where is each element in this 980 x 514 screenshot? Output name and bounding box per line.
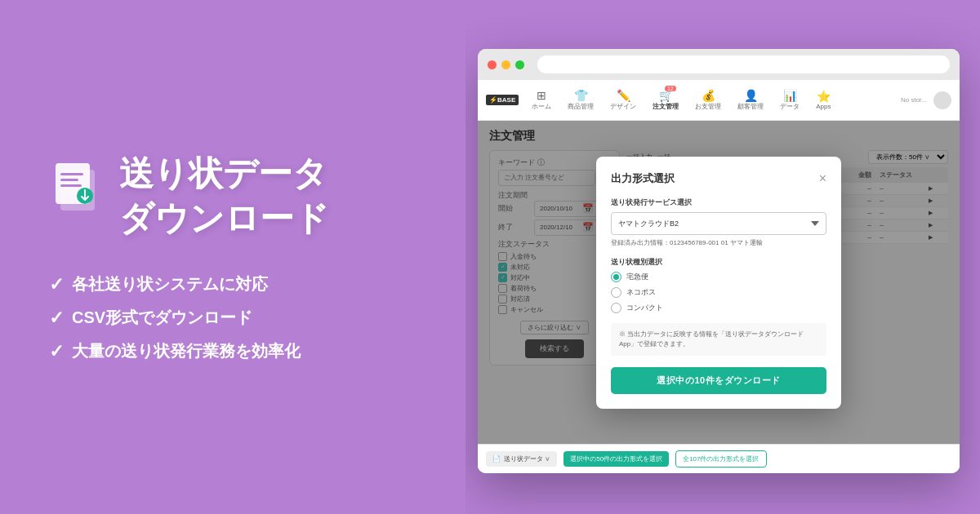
nav-item-orders[interactable]: 🛒 12 注文管理 [646,86,685,114]
orders-badge: 12 [665,86,676,91]
features-list: ✓ 各社送り状システムに対応 ✓ CSV形式でダウンロード ✓ 大量の送り状発行… [49,273,416,362]
nav-label-data: データ [780,102,800,111]
nav-item-apps[interactable]: ⭐ Apps [809,86,837,113]
nav-logo[interactable]: ⚡BASE [486,95,519,105]
payments-icon: 💰 [702,89,715,102]
feature-text-1: 各社送り状システムに対応 [72,273,268,295]
title-line1: 送り状データ [119,154,327,193]
modal-note: ※ 当出力データに反映する情報を「送り状データダウンロードApp」で登録できます… [611,323,826,356]
nav-label-design: デザイン [610,102,636,111]
base-logo: ⚡BASE [486,95,519,105]
left-panel: 送り状データ ダウンロード ✓ 各社送り状システムに対応 ✓ CSV形式でダウン… [0,0,466,514]
modal-service-select[interactable]: ヤマトクラウドB2 [611,212,826,235]
browser-address-bar[interactable] [537,55,950,73]
nav-bar: ⚡BASE ⊞ ホーム 👕 商品管理 ✏️ デザイン [478,80,960,121]
feature-item-1: ✓ 各社送り状システムに対応 [49,273,416,295]
feature-text-3: 大量の送り状発行業務を効率化 [72,340,301,362]
bottom-btn3-label: 全107件の出力形式を選択 [683,454,759,463]
home-icon: ⊞ [537,89,546,102]
bottom-btn1-label: 送り状データ ∨ [504,454,550,463]
check-icon-2: ✓ [49,308,64,329]
radio-label-2: コンパクト [626,303,663,313]
browser-dot-yellow[interactable] [501,60,510,69]
modal-dialog: 出力形式選択 × 送り状発行サービス選択 ヤマトクラウドB2 登録済み出力情報：… [596,157,841,409]
nav-item-design[interactable]: ✏️ デザイン [604,86,643,114]
nav-item-customers[interactable]: 👤 顧客管理 [731,86,770,114]
document-icon [49,155,106,212]
nav-item-products[interactable]: 👕 商品管理 [561,86,600,114]
bottom-btn-selected[interactable]: 選択中の50件の出力形式を選択 [564,451,669,467]
nav-avatar[interactable] [933,91,951,109]
nav-right: No stor... [901,91,951,109]
browser-content: ⚡BASE ⊞ ホーム 👕 商品管理 ✏️ デザイン [478,80,960,473]
bottom-btn-all[interactable]: 全107件の出力形式を選択 [675,450,766,467]
modal-registered-info: 登録済み出力情報：0123456789-001 01 ヤマト運輸 [611,238,826,247]
data-icon: 📊 [783,89,797,102]
bottom-btn-waybill[interactable]: 📄 送り状データ ∨ [486,451,557,467]
nav-item-data[interactable]: 📊 データ [773,86,806,114]
nav-item-payments[interactable]: 💰 お支管理 [688,86,728,114]
nav-item-home[interactable]: ⊞ ホーム [525,86,558,114]
radio-circle-0[interactable] [611,272,621,282]
svg-rect-4 [60,184,82,187]
svg-rect-3 [60,179,78,181]
right-panel: ⚡BASE ⊞ ホーム 👕 商品管理 ✏️ デザイン [466,0,980,514]
radio-item-1[interactable]: ネコポス [611,287,826,298]
products-icon: 👕 [574,89,588,102]
hero-section: 送り状データ ダウンロード [49,152,416,241]
hero-title: 送り状データ ダウンロード [119,152,329,241]
feature-item-2: ✓ CSV形式でダウンロード [49,307,416,329]
modal-type-label: 送り状種別選択 [611,257,826,268]
radio-item-2[interactable]: コンパクト [611,303,826,313]
radio-group: 宅急便 ネコポス コンパクト [611,272,826,313]
modal-service-label: 送り状発行サービス選択 [611,197,826,208]
nav-label-apps: Apps [816,103,831,110]
nav-label-customers: 顧客管理 [737,102,764,111]
nav-label-orders: 注文管理 [653,102,679,111]
nav-label-products: 商品管理 [568,102,594,111]
svg-rect-2 [60,173,83,175]
feature-item-3: ✓ 大量の送り状発行業務を効率化 [49,340,416,362]
radio-label-1: ネコポス [626,287,656,298]
check-icon-3: ✓ [49,341,64,362]
check-icon-1: ✓ [49,274,64,295]
bottom-btn2-label: 選択中の50件の出力形式を選択 [570,454,662,463]
modal-download-button[interactable]: 選択中の10件をダウンロード [611,367,826,394]
page-content: 注文管理 キーワード ⓘ 注文期間 開始 [478,121,960,444]
apps-icon: ⭐ [817,90,831,103]
browser-window: ⚡BASE ⊞ ホーム 👕 商品管理 ✏️ デザイン [478,49,960,473]
modal-header: 出力形式選択 × [611,171,826,186]
nav-store-name: No stor... [901,96,927,104]
feature-text-2: CSV形式でダウンロード [72,307,252,329]
browser-dot-red[interactable] [488,60,497,69]
browser-chrome [478,49,960,80]
bottom-bar: 📄 送り状データ ∨ 選択中の50件の出力形式を選択 全107件の出力形式を選択 [478,444,960,473]
nav-label-home: ホーム [532,102,551,111]
radio-label-0: 宅急便 [626,272,648,282]
nav-items: ⊞ ホーム 👕 商品管理 ✏️ デザイン 🛒 12 [525,86,837,114]
nav-label-payments: お支管理 [695,102,721,111]
customers-icon: 👤 [744,89,758,102]
design-icon: ✏️ [617,89,630,102]
modal-title: 出力形式選択 [611,171,675,186]
modal-overlay[interactable]: 出力形式選択 × 送り状発行サービス選択 ヤマトクラウドB2 登録済み出力情報：… [478,121,960,444]
title-line2: ダウンロード [119,199,329,237]
radio-item-0[interactable]: 宅急便 [611,272,826,282]
modal-close-button[interactable]: × [819,171,826,186]
radio-circle-2[interactable] [611,303,621,313]
radio-circle-1[interactable] [611,287,621,298]
waybill-icon: 📄 [492,455,501,463]
browser-dot-green[interactable] [515,60,524,69]
